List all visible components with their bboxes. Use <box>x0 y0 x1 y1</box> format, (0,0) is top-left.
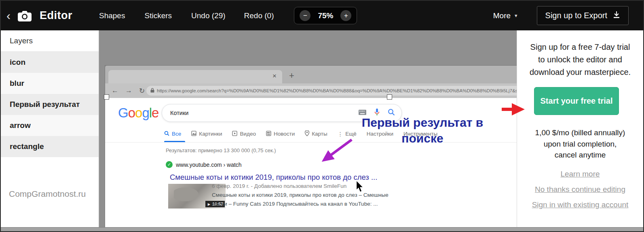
logo-letter: g <box>142 105 149 120</box>
pitch-line: download your masterpiece. <box>517 66 643 79</box>
tab-label: Видео <box>240 131 255 137</box>
layer-item-first-result[interactable]: Первый результат <box>1 94 99 115</box>
nav-back-icon: ← <box>112 87 118 95</box>
more-label: More <box>493 11 511 20</box>
trial-panel: Sign up for a free 7-day trial to unlock… <box>517 30 643 227</box>
price-note: 1,00 $/mo (billed annually) upon trial c… <box>517 127 643 161</box>
tab-label: Карты <box>312 131 327 137</box>
red-arrow-annotation <box>500 102 533 117</box>
search-query: Котики <box>170 110 359 116</box>
redo-button[interactable]: Redo (0) <box>244 11 274 20</box>
browser-tab: × <box>108 70 282 83</box>
url-text: https://www.google.com/search?q=%D0%9A%D… <box>157 88 517 93</box>
tab-maps: Карты <box>305 130 327 137</box>
tab-label: Картинки <box>199 131 222 137</box>
trial-pitch: Sign up for a free 7-day trial to unlock… <box>517 41 643 79</box>
results-stats: Результатов: примерно 13 300 000 (0,75 с… <box>166 147 276 153</box>
editor-canvas[interactable]: × + ← → ↻ https://www.google.com/search?… <box>99 30 517 227</box>
tab-news: Новости <box>266 131 295 137</box>
nav-reload-icon: ↻ <box>139 87 145 95</box>
result-title: Смешные коты и котики 2019, приколы про … <box>170 173 377 182</box>
browser-tabstrip: × + <box>105 66 517 83</box>
new-tab-icon: + <box>289 70 294 81</box>
shield-icon: ✓ <box>166 161 173 168</box>
pitch-line: to unlock the editor and <box>517 53 643 66</box>
tab-label: Все <box>172 131 181 137</box>
screenshot-object[interactable]: × + ← → ↻ https://www.google.com/search?… <box>105 66 517 227</box>
result-breadcrumb: ✓ www.youtube.com › watch <box>166 161 242 168</box>
result-meta: 6 февр. 2019 г. - Добавлено пользователе… <box>212 183 346 189</box>
sign-in-link[interactable]: Sign in with existing account <box>517 200 643 209</box>
minus-icon: − <box>303 12 307 20</box>
layers-sidebar: Layers icon blur Первый результат arrow … <box>1 30 99 227</box>
start-free-trial-button[interactable]: Start your free trial <box>534 87 619 115</box>
tab-close-icon: × <box>272 72 277 80</box>
price-line: upon trial completion, <box>517 138 643 150</box>
search-icon <box>164 131 169 137</box>
topbar: ‹ Editor Shapes Stickers Undo (29) Redo … <box>1 1 643 30</box>
logo-letter: o <box>128 105 135 120</box>
shapes-button[interactable]: Shapes <box>99 11 125 20</box>
plus-icon: + <box>344 12 348 20</box>
camera-icon <box>18 10 32 21</box>
logo-letter: G <box>118 105 128 120</box>
layer-item-blur[interactable]: blur <box>1 73 99 94</box>
price-line: cancel anytime <box>517 149 643 161</box>
zoom-out-button[interactable]: − <box>300 10 310 21</box>
layers-header: Layers <box>1 30 99 52</box>
lock-icon <box>150 87 154 94</box>
nav-forward-icon: → <box>125 87 132 95</box>
editor-window: ‹ Editor Shapes Stickers Undo (29) Redo … <box>0 0 644 232</box>
news-icon <box>266 131 271 137</box>
export-label: Sign up to Export <box>545 11 607 20</box>
selection-handle-top-center[interactable] <box>387 94 392 100</box>
pitch-line: Sign up for a free 7-day trial <box>517 41 643 53</box>
purple-arrow-annotation[interactable] <box>315 137 360 170</box>
no-thanks-link[interactable]: No thanks continue editing <box>517 185 643 194</box>
breadcrumb: www.youtube.com › watch <box>176 162 242 168</box>
bottom-strip <box>1 227 643 231</box>
zoom-level: 75% <box>316 11 335 20</box>
annotation-line: Первый результат в <box>332 115 513 130</box>
tab-videos: Видео <box>232 131 255 137</box>
back-icon[interactable]: ‹ <box>6 10 11 22</box>
result-description: кошки – Funny Cats 2019 Подписывайтесь н… <box>212 201 378 207</box>
undo-button[interactable]: Undo (29) <box>191 11 226 20</box>
logo-letter: e <box>152 105 158 120</box>
tab-all: Все <box>164 131 181 137</box>
selection-handle-top-left[interactable] <box>104 94 109 100</box>
layer-item-icon[interactable]: icon <box>1 52 99 73</box>
price-line: 1,00 $/mo (billed annually) <box>517 127 643 138</box>
tab-label: Новости <box>274 131 295 137</box>
zoom-in-button[interactable]: + <box>340 10 351 21</box>
zoom-widget: − 75% + <box>294 7 357 24</box>
download-icon <box>613 11 620 20</box>
google-logo: Google <box>118 105 158 121</box>
video-icon <box>232 131 237 137</box>
mouse-cursor-icon <box>356 181 365 194</box>
sign-up-to-export-button[interactable]: Sign up to Export <box>537 6 629 25</box>
watermark: CompGramotnost.ru <box>9 189 86 199</box>
page-title: Editor <box>40 9 72 22</box>
more-menu-button[interactable]: More ▾ <box>493 11 517 20</box>
images-icon <box>191 131 196 137</box>
learn-more-link[interactable]: Learn more <box>517 170 643 179</box>
stickers-button[interactable]: Stickers <box>144 11 172 20</box>
tab-images: Картинки <box>191 131 222 137</box>
maps-icon <box>305 130 309 137</box>
logo-letter: o <box>135 105 142 120</box>
chevron-down-icon: ▾ <box>515 13 517 19</box>
address-bar: https://www.google.com/search?q=%D0%9A%D… <box>146 86 517 96</box>
browser-toolbar: ← → ↻ https://www.google.com/search?q=%D… <box>105 83 517 98</box>
layer-item-rectangle[interactable]: rectangle <box>1 136 99 157</box>
layer-item-arrow[interactable]: arrow <box>1 115 99 136</box>
